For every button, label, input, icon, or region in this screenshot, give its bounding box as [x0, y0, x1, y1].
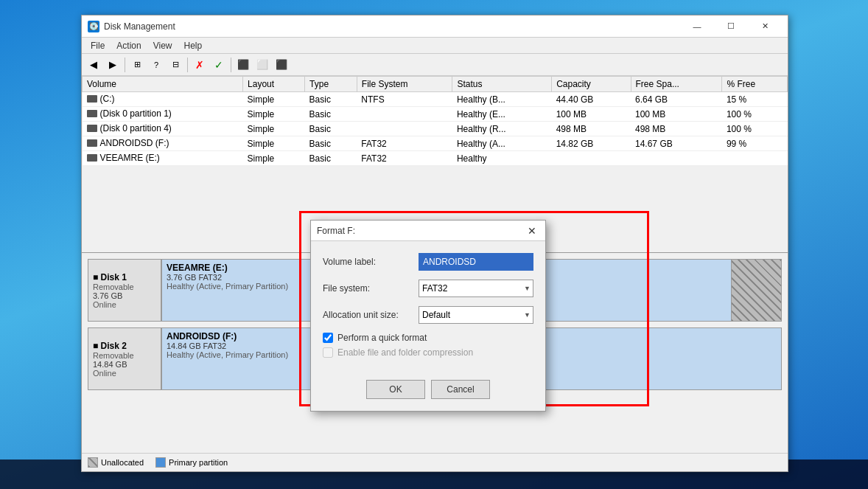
close-button[interactable]: ✕ — [748, 15, 782, 38]
volume-label-row: Volume label: — [323, 253, 533, 271]
cell-volume: (C:) — [83, 92, 243, 107]
legend-primary: Primary partition — [155, 457, 228, 468]
cell-volume: ANDROIDSD (F:) — [83, 136, 243, 151]
allocation-unit-select[interactable]: Default 512 1024 2048 4096 — [419, 306, 533, 324]
menu-action[interactable]: Action — [111, 39, 147, 52]
legend-unallocated-label: Unallocated — [101, 458, 144, 467]
toolbar: ◀ ▶ ⊞ ? ⊟ ✗ ✓ ⬛ ⬜ ⬛ — [82, 54, 788, 76]
allocation-unit-control: Default 512 1024 2048 4096 — [419, 306, 533, 324]
compression-label: Enable file and folder compression — [337, 347, 473, 358]
volume-label-label: Volume label: — [323, 257, 419, 267]
view-button[interactable]: ⊞ — [128, 56, 146, 74]
dialog-title-text: Format F: — [317, 226, 525, 236]
minimize-button[interactable]: — — [680, 15, 714, 38]
disk-1-label: ■ Disk 1 Removable 3.76 GB Online — [88, 259, 161, 322]
toolbar-btn-5[interactable]: ⊟ — [167, 56, 184, 74]
disk-management-window: 💽 Disk Management — ☐ ✕ File Action View… — [81, 15, 788, 472]
format-dialog: Format F: ✕ Volume label: File system: — [310, 220, 546, 412]
table-row[interactable]: (Disk 0 partition 1) Simple Basic Health… — [83, 107, 788, 122]
title-bar: 💽 Disk Management — ☐ ✕ — [82, 15, 788, 38]
quick-format-label: Perform a quick format — [337, 333, 427, 343]
dialog-body: Volume label: File system: FAT32 NTFS ex — [311, 241, 545, 374]
volume-label-control — [419, 253, 533, 271]
legend-unallocated-box — [88, 457, 98, 468]
volume-label-input[interactable] — [419, 253, 533, 271]
legend-primary-box — [155, 457, 166, 468]
disk-2-label: ■ Disk 2 Removable 14.84 GB Online — [88, 327, 161, 390]
col-capacity[interactable]: Capacity — [552, 77, 631, 92]
allocation-unit-row: Allocation unit size: Default 512 1024 2… — [323, 306, 533, 324]
allocation-unit-select-wrapper: Default 512 1024 2048 4096 — [419, 306, 533, 324]
maximize-button[interactable]: ☐ — [714, 15, 748, 38]
col-status[interactable]: Status — [452, 77, 552, 92]
help-button[interactable]: ? — [147, 56, 165, 74]
col-layout[interactable]: Layout — [243, 77, 305, 92]
cell-volume: (Disk 0 partition 4) — [83, 122, 243, 136]
cell-volume: VEEAMRE (E:) — [83, 151, 243, 166]
toolbar-btn-9[interactable]: ⬛ — [234, 56, 252, 74]
file-system-row: File system: FAT32 NTFS exFAT — [323, 280, 533, 297]
file-system-control: FAT32 NTFS exFAT — [419, 280, 533, 297]
back-button[interactable]: ◀ — [85, 56, 102, 74]
window-title: Disk Management — [104, 21, 680, 32]
col-free[interactable]: Free Spa... — [631, 77, 722, 92]
window-icon: 💽 — [88, 21, 99, 32]
cancel-button[interactable]: Cancel — [431, 380, 490, 399]
compression-row: Enable file and folder compression — [323, 347, 533, 358]
col-volume[interactable]: Volume — [83, 77, 243, 92]
compression-checkbox[interactable] — [323, 347, 333, 358]
col-pct[interactable]: % Free — [722, 77, 788, 92]
disk-1-unallocated[interactable] — [732, 260, 781, 321]
cell-volume: (Disk 0 partition 1) — [83, 107, 243, 122]
col-type[interactable]: Type — [305, 77, 357, 92]
legend: Unallocated Primary partition — [82, 453, 788, 471]
window-controls: — ☐ ✕ — [680, 15, 782, 38]
menu-help[interactable]: Help — [178, 39, 209, 52]
dialog-title-bar: Format F: ✕ — [311, 221, 545, 241]
file-system-select-wrapper: FAT32 NTFS exFAT — [419, 280, 533, 297]
volume-table: Volume Layout Type File System Status Ca… — [82, 76, 788, 166]
delete-button[interactable]: ✗ — [191, 56, 209, 74]
file-system-select[interactable]: FAT32 NTFS exFAT — [419, 280, 533, 297]
file-system-label: File system: — [323, 283, 419, 294]
toolbar-separator-1 — [125, 58, 125, 72]
toolbar-btn-10[interactable]: ⬜ — [253, 56, 271, 74]
quick-format-checkbox[interactable] — [323, 333, 333, 343]
legend-unallocated: Unallocated — [88, 457, 144, 468]
menu-file[interactable]: File — [85, 39, 111, 52]
toolbar-btn-11[interactable]: ⬛ — [273, 56, 290, 74]
table-row[interactable]: VEEAMRE (E:) Simple Basic FAT32 Healthy — [83, 151, 788, 166]
allocation-unit-label: Allocation unit size: — [323, 310, 419, 320]
dialog-close-button[interactable]: ✕ — [525, 223, 539, 238]
table-row[interactable]: (Disk 0 partition 4) Simple Basic Health… — [83, 122, 788, 136]
table-row[interactable]: ANDROIDSD (F:) Simple Basic FAT32 Health… — [83, 136, 788, 151]
forward-button[interactable]: ▶ — [104, 56, 122, 74]
legend-primary-label: Primary partition — [169, 458, 228, 467]
menu-bar: File Action View Help — [82, 38, 788, 54]
toolbar-separator-2 — [187, 58, 188, 72]
toolbar-separator-3 — [231, 58, 231, 72]
table-row[interactable]: (C:) Simple Basic NTFS Healthy (B... 44.… — [83, 92, 788, 107]
menu-view[interactable]: View — [147, 39, 178, 52]
content-area: Volume Layout Type File System Status Ca… — [82, 76, 788, 471]
confirm-button[interactable]: ✓ — [210, 56, 228, 74]
dialog-footer: OK Cancel — [311, 374, 545, 411]
ok-button[interactable]: OK — [366, 380, 425, 399]
col-filesystem[interactable]: File System — [357, 77, 452, 92]
quick-format-row: Perform a quick format — [323, 333, 533, 343]
